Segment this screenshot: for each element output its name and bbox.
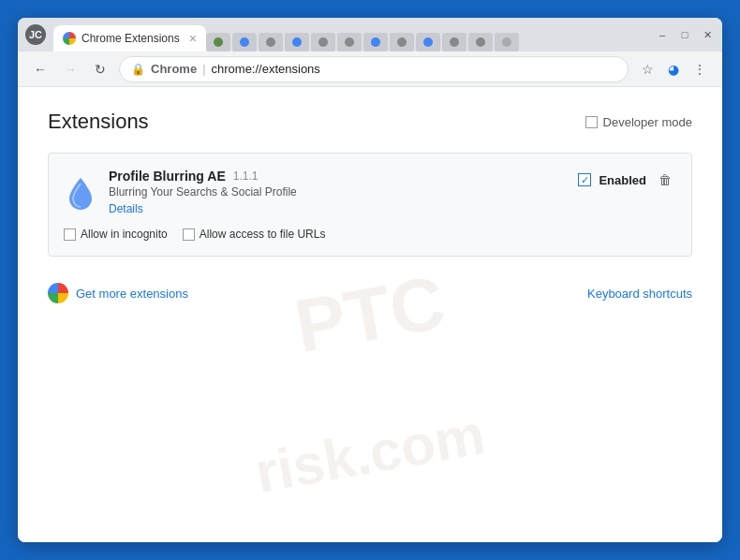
lock-icon: 🔒 (131, 63, 145, 76)
page-content: PTC risk.com Extensions Developer mode (18, 87, 722, 542)
page-header: Extensions Developer mode (48, 110, 692, 134)
page-title: Extensions (48, 110, 149, 134)
tab-label: Chrome Extensions (81, 32, 180, 45)
mini-tab-5[interactable] (311, 33, 335, 52)
get-more-label: Get more extensions (76, 287, 188, 301)
details-link[interactable]: Details (109, 202, 143, 215)
bookmark-icon[interactable]: ☆ (636, 58, 659, 81)
reload-button[interactable]: ↻ (89, 58, 111, 81)
mini-tab-6[interactable] (337, 33, 362, 52)
chrome-store-icon (48, 283, 68, 303)
close-button[interactable]: ✕ (700, 27, 715, 42)
extension-name: Profile Blurring AE (109, 169, 226, 184)
watermark-bottom: risk.com (250, 402, 489, 506)
page-footer: Get more extensions Keyboard shortcuts (48, 275, 692, 311)
mini-tab-8[interactable] (390, 33, 414, 52)
url-text: chrome://extensions (212, 62, 320, 76)
extension-permissions: Allow in incognito Allow access to file … (64, 228, 676, 241)
keyboard-shortcuts-link[interactable]: Keyboard shortcuts (587, 287, 692, 301)
other-tabs (206, 33, 647, 52)
mini-tab-9[interactable] (416, 33, 440, 52)
active-tab[interactable]: Chrome Extensions × (53, 25, 206, 52)
delete-extension-button[interactable]: 🗑 (654, 169, 676, 191)
drop-icon (67, 176, 94, 210)
developer-mode-toggle: Developer mode (585, 115, 692, 129)
url-separator: | (202, 62, 205, 76)
allow-incognito-checkbox[interactable] (64, 228, 76, 241)
allow-file-urls-checkbox[interactable] (183, 228, 195, 241)
enabled-label: Enabled (599, 173, 646, 187)
mini-tab-12[interactable] (495, 33, 519, 52)
enabled-checkbox[interactable]: ✓ (578, 173, 591, 186)
tab-favicon (63, 32, 76, 45)
developer-mode-checkbox[interactable] (585, 116, 598, 128)
menu-icon[interactable]: ⋮ (688, 58, 711, 81)
main-content: Extensions Developer mode (48, 110, 692, 311)
mini-tab-11[interactable] (468, 33, 493, 52)
back-button[interactable]: ← (29, 58, 52, 81)
window-controls: – □ ✕ (655, 27, 715, 42)
mini-tab-1[interactable] (206, 33, 230, 52)
address-bar: ← → ↻ 🔒 Chrome | chrome://extensions ☆ ◕… (18, 52, 722, 87)
chrome-brand-label: Chrome (151, 62, 197, 76)
checkmark-icon: ✓ (581, 174, 589, 186)
tab-close-icon[interactable]: × (189, 31, 197, 46)
address-actions: ☆ ◕ ⋮ (636, 58, 711, 81)
address-input[interactable]: 🔒 Chrome | chrome://extensions (119, 56, 629, 82)
allow-file-urls-item: Allow access to file URLs (183, 228, 326, 241)
extension-version: 1.1.1 (233, 169, 259, 183)
minimize-button[interactable]: – (655, 27, 670, 42)
mini-tab-10[interactable] (442, 33, 466, 52)
allow-incognito-label: Allow in incognito (81, 228, 168, 241)
forward-button[interactable]: → (59, 58, 81, 81)
extension-controls: ✓ Enabled 🗑 (578, 169, 676, 191)
mini-tab-7[interactable] (363, 33, 388, 52)
browser-window: JC Chrome Extensions × (18, 18, 722, 542)
profile-avatar[interactable]: JC (25, 24, 46, 45)
get-more-extensions-link[interactable]: Get more extensions (48, 283, 188, 303)
allow-incognito-item: Allow in incognito (64, 228, 168, 241)
title-bar: JC Chrome Extensions × (18, 18, 722, 52)
extension-card: Profile Blurring AE 1.1.1 Blurring Your … (48, 153, 692, 257)
developer-mode-label: Developer mode (603, 115, 692, 129)
mini-tab-4[interactable] (285, 33, 309, 52)
mini-tab-2[interactable] (232, 33, 257, 52)
cast-icon[interactable]: ◕ (662, 58, 685, 81)
maximize-button[interactable]: □ (677, 27, 692, 42)
mini-tab-3[interactable] (259, 33, 283, 52)
extension-icon (64, 176, 97, 210)
allow-file-urls-label: Allow access to file URLs (200, 228, 326, 241)
